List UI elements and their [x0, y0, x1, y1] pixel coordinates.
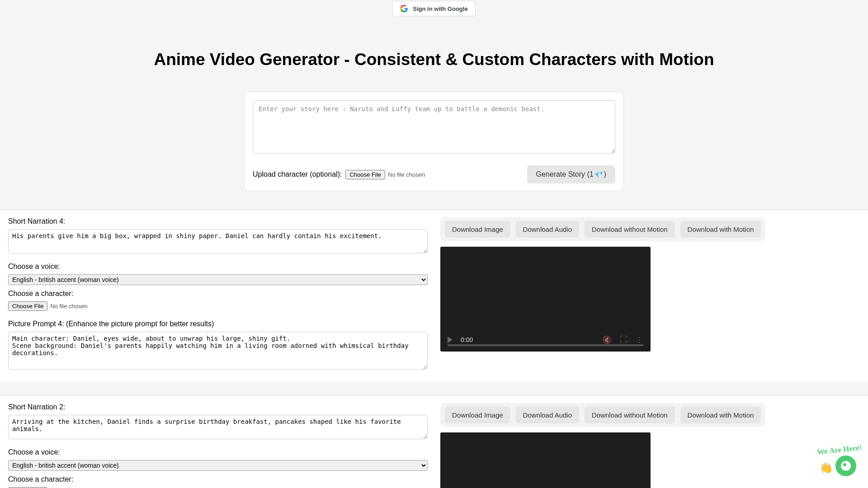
video-controls: 0:00 🔇 ⛶ ⋮ [440, 328, 651, 352]
google-logo-icon [400, 5, 408, 13]
character-label: Choose a character: [8, 290, 428, 298]
mute-icon[interactable]: 🔇 [602, 335, 612, 345]
download-button-row: Download Image Download Audio Download w… [440, 403, 765, 427]
page-title: Anime Video Generator - Consistent & Cus… [0, 50, 868, 69]
more-icon[interactable]: ⋮ [636, 335, 643, 345]
scene-section: Short Narration 2: Choose a voice: Engli… [0, 395, 868, 488]
picture-prompt-input[interactable] [8, 332, 428, 370]
voice-select[interactable]: English - british accent (woman voice) [8, 460, 428, 471]
download-with-motion-button[interactable]: Download with Motion [680, 407, 761, 423]
chat-avatar-icon [841, 461, 851, 471]
character-no-file: No file chosen [50, 303, 87, 310]
narration-input[interactable] [8, 229, 428, 253]
generate-label-prefix: Generate Story (1 [536, 170, 594, 178]
video-progress-track[interactable] [448, 344, 643, 346]
voice-select[interactable]: English - british accent (woman voice) [8, 274, 428, 285]
signin-google-label: Sign in with Google [413, 5, 467, 12]
download-without-motion-button[interactable]: Download without Motion [585, 407, 675, 423]
download-with-motion-button[interactable]: Download with Motion [680, 221, 761, 238]
chat-widget-button[interactable] [835, 455, 856, 476]
download-audio-button[interactable]: Download Audio [516, 407, 579, 423]
video-player[interactable] [440, 432, 651, 488]
video-time: 0:00 [461, 336, 473, 343]
download-image-button[interactable]: Download Image [445, 221, 510, 238]
video-player[interactable]: 0:00 🔇 ⛶ ⋮ [440, 247, 651, 352]
upload-character-choose-file[interactable]: Choose File [345, 170, 385, 179]
download-button-row: Download Image Download Audio Download w… [440, 217, 765, 241]
gem-icon: 💎 [594, 170, 603, 178]
narration-label: Short Narration 2: [8, 403, 428, 411]
voice-label: Choose a voice: [8, 448, 428, 456]
upload-character-no-file: No file chosen [388, 171, 425, 178]
narration-label: Short Narration 4: [8, 217, 428, 225]
story-card: Upload character (optional): Choose File… [244, 92, 624, 191]
fullscreen-icon[interactable]: ⛶ [620, 335, 627, 344]
narration-input[interactable] [8, 415, 428, 439]
download-without-motion-button[interactable]: Download without Motion [585, 221, 675, 238]
voice-label: Choose a voice: [8, 263, 428, 271]
generate-label-suffix: ) [604, 170, 606, 178]
character-choose-file[interactable]: Choose File [8, 301, 47, 311]
download-image-button[interactable]: Download Image [445, 407, 510, 423]
upload-character-label: Upload character (optional): [253, 170, 342, 178]
play-icon[interactable] [448, 337, 453, 343]
signin-google-button[interactable]: Sign in with Google [392, 1, 475, 16]
download-audio-button[interactable]: Download Audio [516, 221, 579, 238]
character-label: Choose a character: [8, 475, 428, 483]
scene-section: Short Narration 4: Choose a voice: Engli… [0, 209, 868, 382]
picture-prompt-label: Picture Prompt 4: (Enhance the picture p… [8, 320, 428, 328]
story-input[interactable] [253, 100, 615, 154]
generate-story-button[interactable]: Generate Story (1 💎 ) [527, 165, 616, 183]
